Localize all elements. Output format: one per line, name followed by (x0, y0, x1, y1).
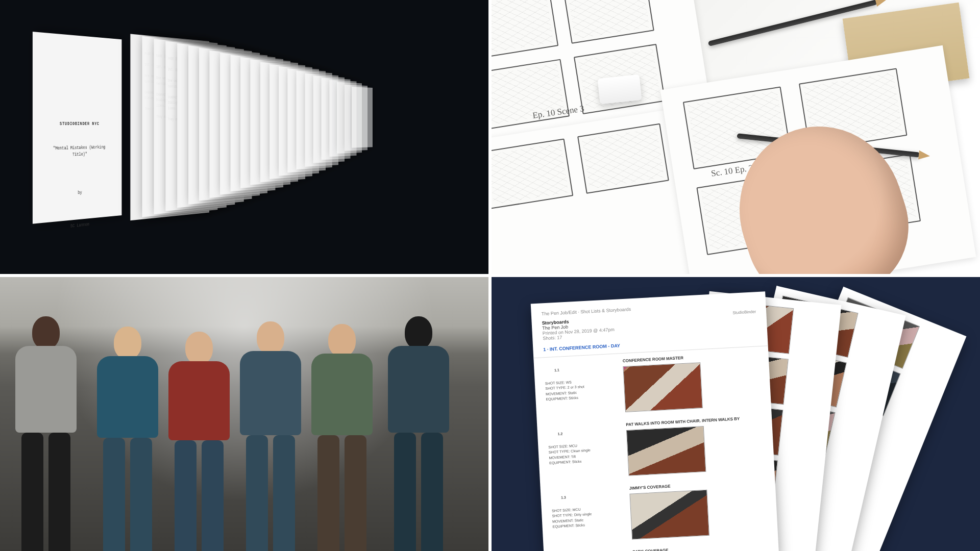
person-4 (240, 321, 301, 551)
shot-meta: SHOT SIZE: WS SHOT TYPE: 2 or 3 shot MOV… (545, 377, 618, 402)
person-2 (97, 327, 158, 551)
person-3 (168, 332, 230, 551)
shot-num: 1.3 (561, 495, 566, 499)
shot-title: PAT WALKS INTO ROOM WITH CHAIR. INTERN W… (626, 415, 762, 427)
shot-meta: SHOT SIZE: MCU SHOT TYPE: Dirty single M… (552, 505, 624, 530)
shot-num: 1.2 (557, 432, 562, 435)
eraser (598, 74, 642, 104)
script-by: by (48, 188, 110, 199)
person-6 (388, 316, 449, 551)
panel-script-pages: STUDIOBINDER NYC "Mental Mistakes (Worki… (0, 0, 488, 274)
printout-1: The Pen Job/Edit · Shot Lists & Storyboa… (531, 291, 779, 551)
shot-title: CONFERENCE ROOM MASTER (623, 352, 758, 363)
panel-shotlist-printouts: The Pen Job/Edit · Shot Lists & Storyboa… (492, 277, 980, 551)
shot-row: 1.2 SHOT SIZE: MCU SHOT TYPE: Clean sing… (537, 410, 775, 486)
script-title: STUDIOBINDER NYC (48, 121, 110, 128)
script-cover-page: STUDIOBINDER NYC "Mental Mistakes (Worki… (33, 32, 122, 224)
person-1 (15, 316, 77, 551)
shot-title: PAT'S COVERAGE (632, 543, 768, 551)
person-5 (311, 324, 373, 551)
shot-row: 1.1 SHOT SIZE: WS SHOT TYPE: 2 or 3 shot… (533, 346, 771, 422)
script-page (352, 87, 373, 148)
shot-row: 1.3 SHOT SIZE: MCU SHOT TYPE: Dirty sing… (540, 473, 778, 549)
script-pages-stage: STUDIOBINDER NYC "Mental Mistakes (Worki… (0, 0, 488, 274)
shot-title: JIMMY'S COVERAGE (629, 479, 765, 491)
panel-storyboard-sketching: Ep. 10 Scene 3 Sc. 10 Ep. 3 (492, 0, 980, 274)
script-subtitle: "Mental Mistakes (Working Title)" (48, 144, 110, 159)
shot-num: 1.1 (554, 368, 559, 371)
panel-crew-on-set (0, 277, 488, 551)
script-author: SC Lannom (48, 219, 110, 233)
shot-meta: SHOT SIZE: MCU SHOT TYPE: Clean single M… (548, 441, 621, 466)
printout-brand: StudioBinder (732, 309, 756, 315)
